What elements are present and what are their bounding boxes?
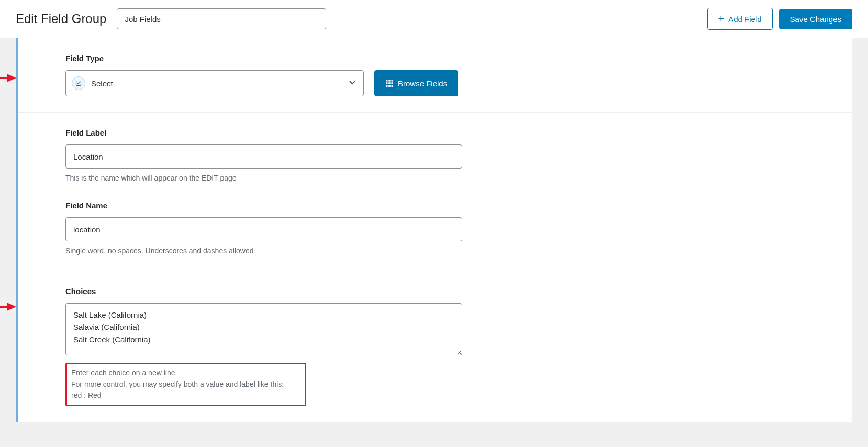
page-title: Edit Field Group	[16, 12, 106, 26]
plus-icon: +	[718, 14, 725, 24]
choices-textarea[interactable]	[65, 303, 462, 355]
page-header: Edit Field Group + Add Field Save Change…	[0, 0, 868, 38]
field-label-help: This is the name which will appear on th…	[65, 174, 805, 182]
svg-rect-6	[386, 82, 388, 84]
grid-icon	[385, 79, 394, 87]
svg-rect-5	[392, 80, 394, 82]
field-name-input[interactable]	[65, 217, 462, 241]
field-type-section: Field Type Select	[18, 38, 852, 113]
field-panel: Field Type Select	[16, 38, 852, 422]
arrow-annotation-icon	[0, 300, 16, 313]
svg-rect-10	[388, 85, 391, 87]
choices-help-box: Enter each choice on a new line. For mor…	[65, 363, 306, 406]
field-type-label: Field Type	[65, 54, 805, 63]
svg-rect-7	[388, 82, 391, 84]
svg-rect-9	[386, 85, 388, 87]
group-name-input[interactable]	[117, 8, 326, 29]
choices-label: Choices	[65, 287, 805, 296]
field-name-label: Field Name	[65, 201, 805, 210]
add-field-label: Add Field	[728, 15, 761, 24]
svg-rect-3	[386, 80, 388, 82]
header-left: Edit Field Group	[16, 8, 326, 29]
svg-marker-1	[7, 74, 16, 82]
save-changes-button[interactable]: Save Changes	[779, 9, 852, 29]
svg-marker-13	[7, 303, 16, 311]
browse-fields-button[interactable]: Browse Fields	[374, 70, 458, 96]
field-label-label: Field Label	[65, 128, 805, 137]
choices-section: Choices Enter each choice on a new line.…	[18, 271, 852, 422]
field-label-input[interactable]	[65, 144, 462, 169]
field-type-select-wrapper: Select	[65, 70, 364, 96]
field-name-help: Single word, no spaces. Underscores and …	[65, 247, 805, 255]
arrow-annotation-icon	[0, 72, 16, 84]
choices-help-line2: For more control, you may specify both a…	[71, 379, 301, 390]
browse-fields-label: Browse Fields	[398, 79, 447, 88]
field-type-row: Select	[65, 70, 805, 96]
content-wrapper: Field Type Select	[0, 38, 868, 422]
svg-rect-4	[388, 80, 391, 82]
svg-rect-11	[392, 85, 394, 87]
choices-help-line3: red : Red	[71, 390, 301, 401]
header-right: + Add Field Save Changes	[707, 8, 852, 30]
select-type-icon	[72, 76, 85, 90]
add-field-button[interactable]: + Add Field	[707, 8, 773, 30]
svg-rect-8	[392, 82, 394, 84]
field-type-select[interactable]: Select	[65, 70, 364, 96]
field-label-section: Field Label This is the name which will …	[18, 113, 852, 271]
choices-help-line1: Enter each choice on a new line.	[71, 367, 301, 379]
